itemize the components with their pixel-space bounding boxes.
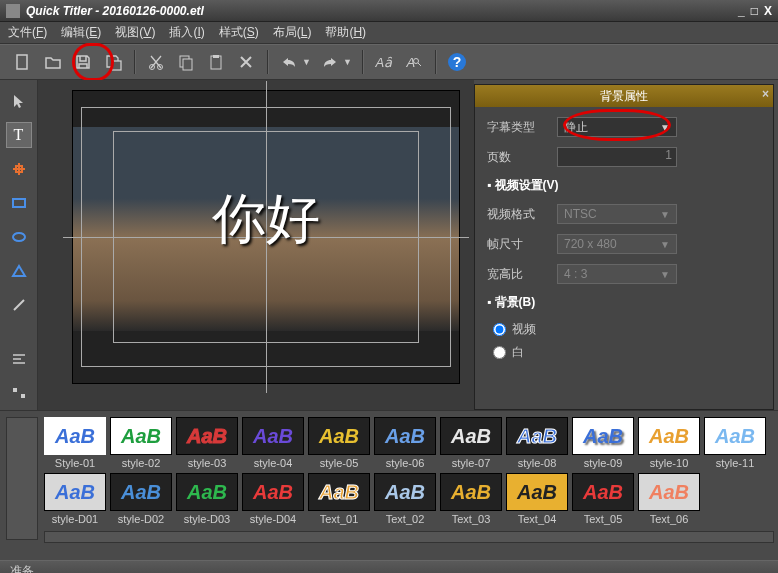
subtitle-type-select[interactable]: 静止 ▼	[557, 117, 677, 137]
pages-label: 页数	[487, 149, 557, 166]
canvas-area[interactable]: 你好	[38, 80, 474, 410]
menu-v[interactable]: 视图(V)	[115, 24, 155, 41]
video-format-select: NTSC▼	[557, 204, 677, 224]
title-text[interactable]: 你好	[212, 183, 320, 256]
svg-rect-0	[17, 55, 27, 69]
cut-button[interactable]	[143, 49, 169, 75]
pointer-tool[interactable]	[6, 88, 32, 114]
svg-line-14	[14, 300, 24, 310]
bg-radio-white[interactable]: 白	[493, 344, 761, 361]
app-icon	[6, 4, 20, 18]
text-style-button[interactable]: Aȃ	[371, 49, 397, 75]
svg-text:?: ?	[453, 54, 462, 70]
panel-title: 背景属性	[475, 85, 773, 107]
style-label: Style-01	[44, 457, 106, 469]
open-button[interactable]	[40, 49, 66, 75]
style-Text_02[interactable]: AaBText_02	[374, 473, 436, 525]
style-style-02[interactable]: AaBstyle-02	[110, 417, 172, 469]
video-section-header: 视频设置(V)	[487, 177, 761, 194]
window-title: Quick Titler - 20160126-0000.etl	[26, 4, 204, 18]
align-tool[interactable]	[6, 346, 32, 372]
frame-size-select: 720 x 480▼	[557, 234, 677, 254]
line-tool[interactable]	[6, 292, 32, 318]
menu-h[interactable]: 帮助(H)	[325, 24, 366, 41]
style-style-07[interactable]: AaBstyle-07	[440, 417, 502, 469]
ellipse-tool[interactable]	[6, 224, 32, 250]
style-style-D01[interactable]: AaBstyle-D01	[44, 473, 106, 525]
style-Style-01[interactable]: AaBStyle-01	[44, 417, 106, 469]
panel-close-icon[interactable]: ×	[762, 87, 769, 101]
svg-point-13	[13, 233, 25, 241]
style-Text_05[interactable]: AaBText_05	[572, 473, 634, 525]
style-label: style-D03	[176, 513, 238, 525]
maximize-button[interactable]: □	[751, 4, 758, 18]
pages-input[interactable]: 1	[557, 147, 677, 167]
distribute-tool[interactable]	[6, 380, 32, 406]
style-label: Text_01	[308, 513, 370, 525]
style-label: style-08	[506, 457, 568, 469]
status-bar: 准备	[0, 560, 778, 573]
style-style-10[interactable]: AaBstyle-10	[638, 417, 700, 469]
menu-i[interactable]: 插入(I)	[169, 24, 204, 41]
style-style-09[interactable]: AaBstyle-09	[572, 417, 634, 469]
paste-button[interactable]	[203, 49, 229, 75]
text-tool[interactable]: T	[6, 122, 32, 148]
style-label: style-05	[308, 457, 370, 469]
style-Text_01[interactable]: AaBText_01	[308, 473, 370, 525]
svg-rect-15	[13, 388, 17, 392]
minimize-button[interactable]: _	[738, 4, 745, 18]
style-Text_04[interactable]: AaBText_04	[506, 473, 568, 525]
style-label: style-D04	[242, 513, 304, 525]
style-label: style-09	[572, 457, 634, 469]
style-style-05[interactable]: AaBstyle-05	[308, 417, 370, 469]
save-button[interactable]	[70, 49, 96, 75]
undo-button[interactable]	[276, 49, 302, 75]
style-style-03[interactable]: AaBstyle-03	[176, 417, 238, 469]
rect-tool[interactable]	[6, 190, 32, 216]
menu-s[interactable]: 样式(S)	[219, 24, 259, 41]
svg-rect-12	[13, 199, 25, 207]
delete-button[interactable]	[233, 49, 259, 75]
menu-e[interactable]: 编辑(E)	[61, 24, 101, 41]
style-label: Text_05	[572, 513, 634, 525]
style-style-06[interactable]: AaBstyle-06	[374, 417, 436, 469]
menu-f[interactable]: 文件(F)	[8, 24, 47, 41]
scroll-bar[interactable]	[44, 531, 774, 543]
chevron-down-icon: ▼	[660, 122, 670, 133]
undo-dropdown[interactable]: ▼	[302, 57, 311, 67]
text-find-button[interactable]: A	[401, 49, 427, 75]
copy-button[interactable]	[173, 49, 199, 75]
help-button[interactable]: ?	[444, 49, 470, 75]
style-style-08[interactable]: AaBstyle-08	[506, 417, 568, 469]
new-button[interactable]	[10, 49, 36, 75]
triangle-tool[interactable]	[6, 258, 32, 284]
frame-size-label: 帧尺寸	[487, 236, 557, 253]
grid-tool[interactable]	[6, 156, 32, 182]
style-style-11[interactable]: AaBstyle-11	[704, 417, 766, 469]
menu-l[interactable]: 布局(L)	[273, 24, 312, 41]
style-label: style-03	[176, 457, 238, 469]
canvas[interactable]: 你好	[72, 90, 460, 384]
style-label: Text_04	[506, 513, 568, 525]
style-style-D03[interactable]: AaBstyle-D03	[176, 473, 238, 525]
toolbar: ▼ ▼ Aȃ A ?	[0, 44, 778, 80]
style-label: style-D02	[110, 513, 172, 525]
save-as-button[interactable]	[100, 49, 126, 75]
close-button[interactable]: X	[764, 4, 772, 18]
style-label: style-10	[638, 457, 700, 469]
svg-rect-5	[183, 59, 192, 70]
svg-rect-1	[112, 61, 121, 70]
style-style-D04[interactable]: AaBstyle-D04	[242, 473, 304, 525]
style-label: style-D01	[44, 513, 106, 525]
redo-dropdown[interactable]: ▼	[343, 57, 352, 67]
style-Text_06[interactable]: AaBText_06	[638, 473, 700, 525]
redo-button[interactable]	[317, 49, 343, 75]
style-Text_03[interactable]: AaBText_03	[440, 473, 502, 525]
style-label: style-04	[242, 457, 304, 469]
subtitle-type-label: 字幕类型	[487, 119, 557, 136]
bg-radio-video[interactable]: 视频	[493, 321, 761, 338]
style-style-D02[interactable]: AaBstyle-D02	[110, 473, 172, 525]
style-label: Text_02	[374, 513, 436, 525]
style-style-04[interactable]: AaBstyle-04	[242, 417, 304, 469]
bg-section-header: 背景(B)	[487, 294, 761, 311]
